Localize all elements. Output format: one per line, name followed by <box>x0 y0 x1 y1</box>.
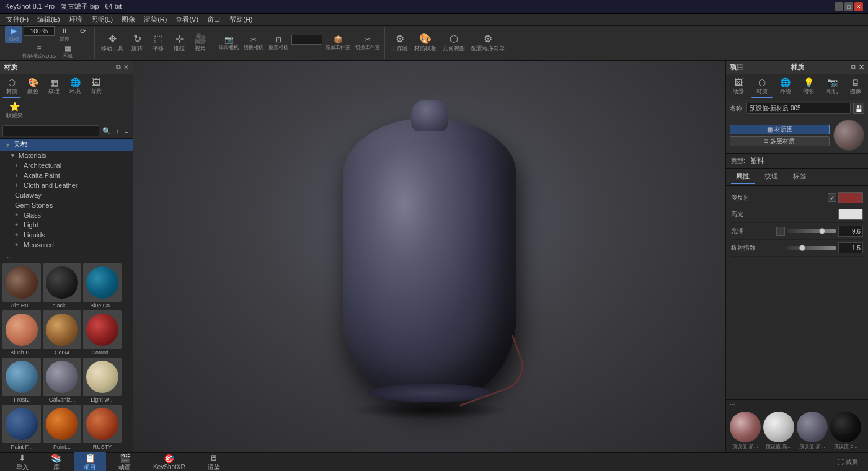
menu-render[interactable]: 渲染(R) <box>140 14 170 25</box>
left-panel-close-btn[interactable]: ✕ <box>123 63 129 71</box>
left-panel-float-btn[interactable]: ⧉ <box>116 63 121 71</box>
rp-tab-environment[interactable]: 🌐 环境 <box>774 76 797 98</box>
toolbar-move-btn[interactable]: ✥ 移动工具 <box>99 33 126 54</box>
render-value-input[interactable]: 50.0 <box>291 35 322 45</box>
tree-item-cutaway[interactable]: Cutaway <box>0 190 133 200</box>
tab-color[interactable]: 🎨 颜色 <box>24 76 42 98</box>
search-input[interactable] <box>2 125 99 136</box>
ior-slider[interactable] <box>787 246 836 250</box>
rp-preview-white[interactable]: 预设值-新... <box>763 412 794 450</box>
menu-view[interactable]: 查看(V) <box>172 14 202 25</box>
toolbar-pause-btn[interactable]: ⏸ 暂停 <box>56 26 73 43</box>
toolbar-material-template-btn[interactable]: 🎨 材质模板 <box>412 33 439 54</box>
tree-item-axalta[interactable]: + Axalta Paint <box>0 170 133 180</box>
tab-background[interactable]: 🖼 背景 <box>87 76 105 98</box>
toolbar-add-studio-btn[interactable]: 📦 添加工作室 <box>324 35 352 51</box>
diffuse-color-swatch[interactable] <box>838 192 863 203</box>
bottom-tab-render[interactable]: 🖥 渲染 <box>198 452 230 472</box>
roughness-input[interactable] <box>838 226 863 237</box>
menu-help[interactable]: 帮助(H) <box>226 14 256 25</box>
roughness-slider[interactable] <box>787 229 836 233</box>
prop-tab-labels[interactable]: 标签 <box>788 170 812 184</box>
maximize-button[interactable]: □ <box>844 2 853 11</box>
rp-tab-material[interactable]: ⬡ 材质 <box>751 76 773 98</box>
prop-tab-attributes[interactable]: 属性 <box>731 170 755 184</box>
tree-item-cloth[interactable]: + Cloth and Leather <box>0 180 133 190</box>
toolbar-geometry-view-btn[interactable]: ⬡ 几何视图 <box>440 33 467 54</box>
toolbar-add-camera-btn[interactable]: 📷 添加相机 <box>217 35 241 51</box>
toolbar-rotate-btn[interactable]: ↻ 旋转 <box>127 33 147 54</box>
material-item-9[interactable]: Paint F... <box>2 405 41 450</box>
search-toggle-btn[interactable]: 🔍 <box>100 126 113 136</box>
viewport[interactable] <box>133 61 725 452</box>
diffuse-checkbox[interactable]: ✓ <box>828 193 836 202</box>
material-item-1[interactable]: black ... <box>43 263 81 309</box>
material-item-5[interactable]: Corrod... <box>83 310 122 356</box>
material-item-8[interactable]: Light W... <box>83 358 122 403</box>
toolbar-switch-studio-btn[interactable]: ✂ 切换工作室 <box>353 35 382 51</box>
rp-tab-image[interactable]: 🖥 图像 <box>844 76 867 98</box>
tree-item-glass[interactable]: + Glass <box>0 210 133 220</box>
tree-item-liquids[interactable]: + Liquids <box>0 230 133 240</box>
toolbar-workspace-btn[interactable]: ⚙ 工作区 <box>389 33 410 54</box>
toolbar-performance-btn[interactable]: ≡ 性能模式NUBS <box>20 43 58 60</box>
bottom-tab-animation[interactable]: 🎬 动画 <box>108 452 141 472</box>
menu-env[interactable]: 环境 <box>65 14 86 25</box>
right-panel-close-btn[interactable]: ✕ <box>859 63 864 71</box>
menu-edit[interactable]: 编辑(E) <box>33 14 64 25</box>
ior-input[interactable] <box>838 242 863 253</box>
bottom-tab-library[interactable]: 📚 库 <box>41 452 71 472</box>
material-item-3[interactable]: Blush P... <box>2 310 41 356</box>
material-item-4[interactable]: Cork4 <box>43 310 81 356</box>
filter-btn[interactable]: ≡ <box>123 126 130 135</box>
right-panel-float-btn[interactable]: ⧉ <box>851 63 856 71</box>
material-item-10[interactable]: Paint... <box>43 405 81 450</box>
material-item-11[interactable]: RUSTY <box>83 405 122 450</box>
render-quality-input[interactable] <box>24 26 55 36</box>
toolbar-reset-camera-btn[interactable]: ⊡ 重置相机 <box>267 35 290 51</box>
tree-item-measured[interactable]: + Measured <box>0 240 133 250</box>
tab-favorites[interactable]: ⭐ 收藏夹 <box>2 100 27 121</box>
material-name-input[interactable] <box>746 103 851 114</box>
toolbar-view-btn[interactable]: 🎥 视角 <box>190 33 210 54</box>
multi-layer-btn[interactable]: ≡ 多层材质 <box>730 136 830 146</box>
tab-environment[interactable]: 🌐 环境 <box>66 76 84 98</box>
material-item-0[interactable]: Al's Ru... <box>2 263 41 309</box>
bottom-tab-import[interactable]: ⬇ 导入 <box>6 452 38 472</box>
menu-file[interactable]: 文件(F) <box>2 14 32 25</box>
tree-item-light[interactable]: + Light <box>0 220 133 230</box>
sort-btn[interactable]: ↕ <box>114 126 122 135</box>
toolbar-configurator-btn[interactable]: ⚙ 配置程序向导 <box>469 33 507 54</box>
bottom-tab-project[interactable]: 📋 项目 <box>74 452 106 472</box>
toolbar-switch-camera-btn[interactable]: ✂ 切换相机 <box>242 35 265 51</box>
material-name-save-btn[interactable]: 💾 <box>853 103 864 114</box>
tree-item-materials[interactable]: ▼ Materials <box>0 151 133 161</box>
material-item-2[interactable]: Blue Ca... <box>83 263 122 309</box>
rp-preview-pink[interactable]: 预设值-新... <box>730 412 761 450</box>
rp-tab-lighting[interactable]: 💡 照明 <box>797 76 820 98</box>
tree-item-gems[interactable]: Gem Stones <box>0 200 133 210</box>
minimize-button[interactable]: ─ <box>835 2 843 11</box>
rp-preview-gray[interactable]: 预设值-新... <box>797 412 828 450</box>
toolbar-region-btn[interactable]: ▦ 区域 <box>59 43 76 60</box>
material-item-6[interactable]: Frost2 <box>2 358 41 403</box>
bottom-tab-keyshot-xr[interactable]: 🎯 KeyShotXR <box>143 452 195 471</box>
rp-tab-camera[interactable]: 📷 相机 <box>821 76 843 98</box>
tree-root[interactable]: ▼ 天都 <box>0 139 133 151</box>
specular-color-swatch[interactable] <box>838 209 863 220</box>
material-view-btn[interactable]: ▦ 材质图 <box>730 125 830 134</box>
menu-lighting[interactable]: 照明(L) <box>87 14 117 25</box>
tree-item-architectural[interactable]: + Architectural <box>0 161 133 170</box>
prop-tab-texture[interactable]: 纹理 <box>760 170 783 184</box>
menu-window[interactable]: 窗口 <box>203 14 224 25</box>
toolbar-start-btn[interactable]: ▶ 启动 <box>5 26 22 43</box>
rp-tab-scene[interactable]: 🖼 场景 <box>727 76 750 98</box>
toolbar-refresh-btn[interactable]: ⟳ <box>74 26 92 43</box>
material-item-7[interactable]: Galvaniz... <box>43 358 81 403</box>
fullscreen-btn[interactable]: ⛶ 截屏 <box>834 457 862 468</box>
tab-texture[interactable]: ▦ 纹理 <box>45 76 63 98</box>
roughness-checkbox[interactable] <box>776 227 785 236</box>
rp-preview-black[interactable]: 预设值-0... <box>830 412 861 450</box>
close-button[interactable]: ✕ <box>854 2 863 11</box>
toolbar-push-btn[interactable]: ⊹ 推拉 <box>169 33 189 54</box>
